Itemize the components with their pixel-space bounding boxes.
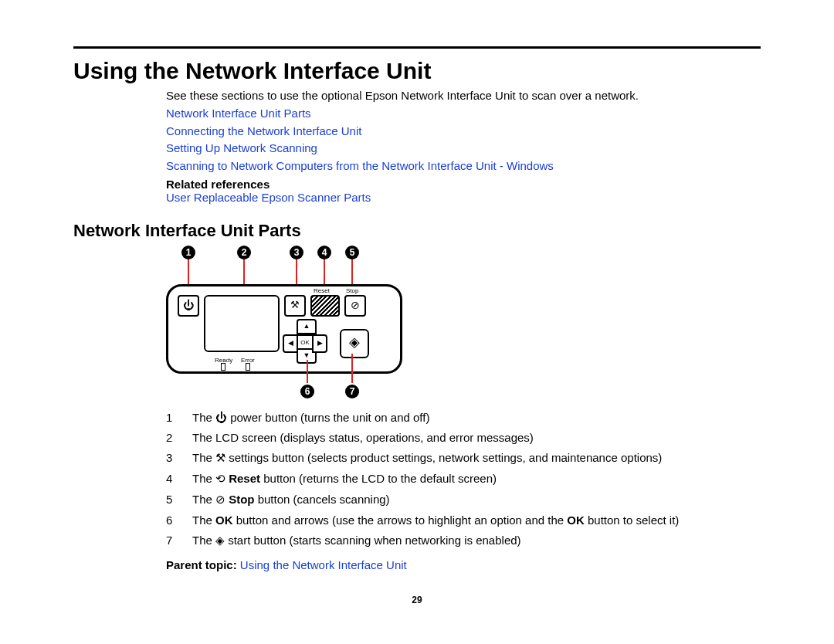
top-rule [73,46,761,49]
settings-button-icon: ⚒ [284,295,306,317]
list-item: 1 The ⏻ power button (turns the unit on … [166,411,761,424]
callout-1: 1 [181,246,195,259]
start-button-icon: ◈ [340,329,369,358]
item-desc: The ⟲ Reset button (returns the LCD to t… [192,472,497,486]
device-diagram: 1 2 3 4 5 ⏻ ⚒ Reset Stop ⊘ ▲▼ ◀▶ OK ◈ Re… [166,246,413,400]
item-desc: The ⏻ power button (turns the unit on an… [192,411,429,424]
parent-topic-link[interactable]: Using the Network Interface Unit [240,558,407,571]
callout-3: 3 [290,246,303,259]
item-desc: The ◈ start button (starts scanning when… [192,534,521,547]
stop-button-icon: ⊘ [344,295,366,317]
lead-7 [351,354,353,383]
link-connecting[interactable]: Connecting the Network Interface Unit [166,124,361,137]
list-item: 2 The LCD screen (displays status, opera… [166,431,761,444]
dpad: ▲▼ ◀▶ OK [283,319,327,364]
related-heading: Related references [166,178,761,191]
item-desc: The OK button and arrows (use the arrows… [192,514,679,527]
list-item: 6 The OK button and arrows (use the arro… [166,514,761,527]
link-user-replaceable[interactable]: User Replaceable Epson Scanner Parts [166,191,371,204]
error-led [246,363,250,371]
list-item: 4 The ⟲ Reset button (returns the LCD to… [166,472,761,486]
list-item: 3 The ⚒ settings button (selects product… [166,451,761,465]
device-panel: ⏻ ⚒ Reset Stop ⊘ ▲▼ ◀▶ OK ◈ Ready Error [166,284,402,374]
reset-label: Reset [314,287,330,294]
power-icon: ⏻ [215,411,227,424]
lead-6 [307,360,308,383]
page-number: 29 [73,595,761,605]
link-setting-up[interactable]: Setting Up Network Scanning [166,141,317,154]
item-number: 4 [166,472,192,486]
parent-topic: Parent topic: Using the Network Interfac… [166,558,761,571]
list-item: 7 The ◈ start button (starts scanning wh… [166,534,761,547]
callout-6: 6 [300,385,314,398]
callout-7: 7 [345,385,359,398]
start-icon: ◈ [215,534,225,547]
callout-5: 5 [345,246,359,259]
section-links: Network Interface Unit Parts Connecting … [166,105,761,175]
reset-icon: ⟲ [215,472,225,485]
item-number: 7 [166,534,192,547]
list-item: 5 The ⊘ Stop button (cancels scanning) [166,493,761,507]
link-scanning-windows[interactable]: Scanning to Network Computers from the N… [166,159,554,172]
settings-icon: ⚒ [215,451,225,464]
ok-button-label: OK [297,334,314,350]
parent-topic-label: Parent topic: [166,558,240,571]
item-number: 6 [166,514,192,527]
item-number: 1 [166,411,192,424]
stop-label: Stop [346,287,358,294]
link-parts[interactable]: Network Interface Unit Parts [166,107,311,120]
callout-4: 4 [317,246,331,259]
item-desc: The ⚒ settings button (selects product s… [192,451,662,465]
item-number: 2 [166,431,192,444]
lcd-screen [204,295,280,352]
callout-2: 2 [237,246,251,259]
related-references: Related references User Replaceable Epso… [166,178,761,204]
power-button-icon: ⏻ [178,295,199,317]
reset-button-icon [310,295,340,317]
page-title: Using the Network Interface Unit [73,58,761,84]
item-desc: The ⊘ Stop button (cancels scanning) [192,493,390,507]
item-desc: The LCD screen (displays status, operati… [192,431,534,444]
intro-text: See these sections to use the optional E… [166,89,761,102]
parts-list: 1 The ⏻ power button (turns the unit on … [166,411,761,547]
item-number: 5 [166,493,192,507]
item-number: 3 [166,451,192,465]
ready-led [221,363,225,371]
stop-icon: ⊘ [215,493,225,506]
sub-heading: Network Interface Unit Parts [73,221,761,241]
